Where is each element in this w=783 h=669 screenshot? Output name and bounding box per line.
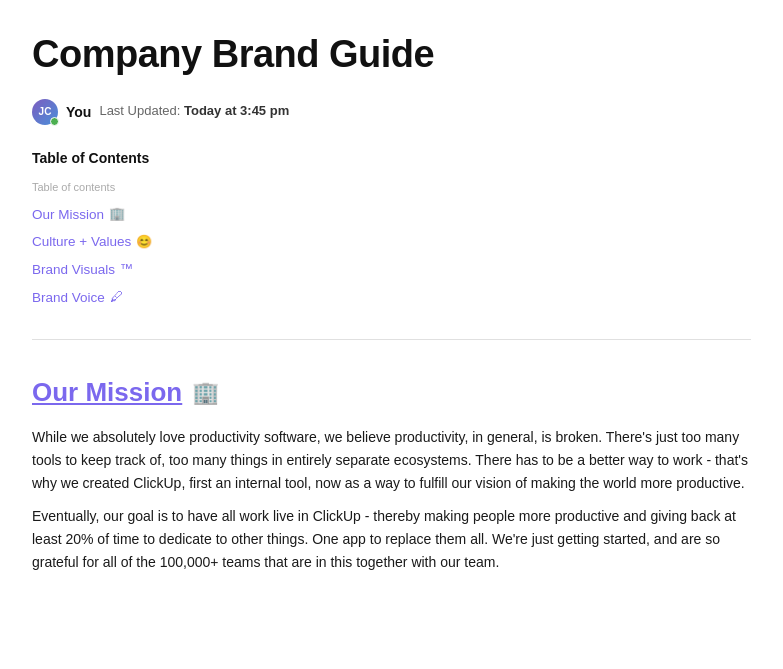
toc-item-mission-label: Our Mission: [32, 204, 104, 226]
author-name: You: [66, 101, 91, 123]
mission-paragraph-1: While we absolutely love productivity so…: [32, 426, 751, 495]
avatar: JC: [32, 99, 58, 125]
mission-paragraph-2: Eventually, our goal is to have all work…: [32, 505, 751, 574]
toc-heading: Table of Contents: [32, 147, 751, 169]
toc-sublabel: Table of contents: [32, 179, 751, 197]
trademark-icon: ™: [120, 259, 133, 280]
mission-heading: Our Mission 🏢: [32, 372, 751, 414]
toc-item-culture-label: Culture + Values: [32, 231, 131, 253]
avatar-online-status: [50, 117, 59, 126]
building-icon: 🏢: [109, 204, 125, 225]
page-title: Company Brand Guide: [32, 24, 751, 85]
section-divider: [32, 339, 751, 340]
toc-item-visuals[interactable]: Brand Visuals ™: [32, 256, 751, 284]
toc-item-culture[interactable]: Culture + Values 😊: [32, 228, 751, 256]
toc-item-voice[interactable]: Brand Voice 🖊: [32, 284, 751, 312]
pen-icon: 🖊: [110, 287, 123, 308]
last-updated-text: Last Updated: Today at 3:45 pm: [99, 101, 289, 122]
table-of-contents: Table of Contents Table of contents Our …: [32, 147, 751, 311]
mission-body: While we absolutely love productivity so…: [32, 426, 751, 575]
last-updated-value: Today at 3:45 pm: [184, 103, 289, 118]
mission-title: Our Mission: [32, 372, 182, 414]
toc-item-voice-label: Brand Voice: [32, 287, 105, 309]
author-row: JC You Last Updated: Today at 3:45 pm: [32, 99, 751, 125]
mission-section: Our Mission 🏢 While we absolutely love p…: [32, 372, 751, 574]
smile-icon: 😊: [136, 232, 152, 253]
toc-item-mission[interactable]: Our Mission 🏢: [32, 201, 751, 229]
mission-emoji: 🏢: [192, 375, 219, 410]
toc-item-visuals-label: Brand Visuals: [32, 259, 115, 281]
